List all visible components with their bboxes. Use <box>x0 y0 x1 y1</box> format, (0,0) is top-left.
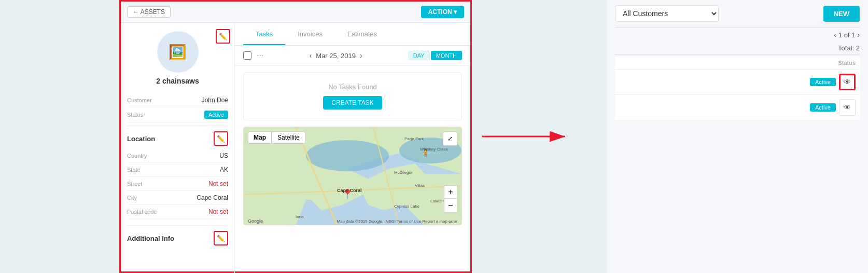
google-logo: Google <box>248 219 263 224</box>
zoom-out-button[interactable]: − <box>444 199 457 212</box>
month-toggle-button[interactable]: MONTH <box>431 51 462 60</box>
customer-2-status-badge: Active <box>810 103 836 112</box>
country-label: Country <box>127 153 147 159</box>
date-next-button[interactable]: › <box>360 51 362 60</box>
new-customer-button[interactable]: NEW <box>823 6 860 22</box>
task-toolbar-left: ··· <box>243 51 263 60</box>
asset-detail-panel: ← ASSETS ACTION ▾ ✏️ 🖼️ 2 chainsaws Cust… <box>119 0 472 273</box>
location-title: Location <box>127 135 155 143</box>
next-page-button[interactable]: › <box>857 31 860 39</box>
map-attribution: Google <box>248 219 263 224</box>
tab-estimates[interactable]: Estimates <box>335 23 389 45</box>
tab-tasks[interactable]: Tasks <box>243 23 285 45</box>
avatar-section: ✏️ 🖼️ 2 chainsaws <box>127 31 228 85</box>
date-display: Mar 25, 2019 <box>316 52 356 60</box>
create-task-button[interactable]: CREATE TASK <box>323 96 382 110</box>
table-row: Active 👁 <box>615 95 860 120</box>
postal-value: Not set <box>208 208 228 215</box>
left-background <box>0 0 119 273</box>
map-view-button[interactable]: Map <box>248 131 272 144</box>
cape-coral-label: Cape Coral <box>337 188 362 193</box>
villas-label: Villas <box>415 183 425 188</box>
customers-select[interactable]: All Customers <box>615 5 719 22</box>
arrow-area <box>472 0 607 273</box>
map-container: Map Satellite ⤢ <box>243 127 462 225</box>
status-row: Status Active <box>127 107 228 122</box>
iona-label: Iona <box>296 214 304 219</box>
asset-left-card: ✏️ 🖼️ 2 chainsaws Customer John Doe Stat… <box>121 23 235 273</box>
state-value: AK <box>220 166 228 173</box>
city-row: City Cape Coral <box>127 191 228 205</box>
more-options-icon: ··· <box>257 51 263 60</box>
country-row: Country US <box>127 149 228 163</box>
day-toggle-button[interactable]: DAY <box>408 51 430 60</box>
edit-location-button[interactable]: ✏️ <box>214 131 228 146</box>
pagination-bar: ‹ 1 of 1 › <box>615 28 860 42</box>
avatar-circle: 🖼️ <box>157 31 199 73</box>
customer-value: John Doe <box>202 97 228 104</box>
zoom-in-button[interactable]: + <box>444 185 457 199</box>
map-zoom-controls: + − <box>444 185 457 212</box>
city-label: City <box>127 195 137 201</box>
svg-point-7 <box>306 140 389 171</box>
customer-1-status-badge: Active <box>810 78 836 86</box>
eye-icon-1: 👁 <box>844 78 851 86</box>
asset-avatar-icon: 🖼️ <box>169 44 187 61</box>
action-button[interactable]: ACTION ▾ <box>421 6 464 18</box>
annotation-arrow <box>477 121 581 152</box>
no-tasks-box: No Tasks Found CREATE TASK <box>243 72 462 120</box>
country-value: US <box>219 152 228 159</box>
customers-header: All Customers NEW <box>615 0 860 28</box>
no-tasks-text: No Tasks Found <box>254 83 451 91</box>
asset-name: 2 chainsaws <box>156 77 199 85</box>
table-header: Status <box>615 57 860 70</box>
assets-back-button[interactable]: ← ASSETS <box>127 6 171 18</box>
customers-dropdown-area: All Customers <box>615 5 719 22</box>
satellite-view-button[interactable]: Satellite <box>272 131 305 144</box>
date-prev-button[interactable]: ‹ <box>310 51 312 60</box>
map-attribution-detail: Map data ©2019 Google, INEGI Terms of Us… <box>337 219 457 224</box>
tab-invoices[interactable]: Invoices <box>285 23 335 45</box>
eye-icon-2: 👁 <box>844 103 851 112</box>
whiskey-creek-label: Whiskey Creek <box>420 147 449 152</box>
map-expand-button[interactable]: ⤢ <box>443 131 457 146</box>
cypress-lake-label: Cypress Lake <box>394 204 419 209</box>
edit-asset-button[interactable]: ✏️ <box>216 29 230 44</box>
customer-1-view-button[interactable]: 👁 <box>839 74 856 90</box>
customers-panel: All Customers NEW ‹ 1 of 1 › Total: 2 St… <box>607 0 868 273</box>
panel-inner: ✏️ 🖼️ 2 chainsaws Customer John Doe Stat… <box>121 23 470 273</box>
customer-2-view-button[interactable]: 👁 <box>839 99 856 116</box>
mcgregor-label: McGregor <box>394 170 413 175</box>
page-park-label: Page Park <box>404 136 424 141</box>
postal-label: Postal code <box>127 209 157 215</box>
table-row: Active 👁 <box>615 70 860 95</box>
edit-additional-info-button[interactable]: ✏️ <box>214 231 228 245</box>
pagination-text: 1 of 1 <box>838 31 856 39</box>
main-area: ← ASSETS ACTION ▾ ✏️ 🖼️ 2 chainsaws Cust… <box>119 0 868 273</box>
prev-page-button[interactable]: ‹ <box>834 31 836 39</box>
location-header: Location ✏️ <box>127 126 228 149</box>
street-row: Street Not set <box>127 177 228 191</box>
street-value: Not set <box>208 180 228 187</box>
task-select-all-checkbox[interactable] <box>243 51 251 60</box>
map-toolbar: Map Satellite <box>248 131 305 144</box>
customer-row: Customer John Doe <box>127 93 228 107</box>
status-label: Status <box>127 112 143 118</box>
state-label: State <box>127 167 141 173</box>
total-text: Total: 2 <box>838 44 860 52</box>
date-nav: ‹ Mar 25, 2019 › <box>310 51 362 60</box>
city-value: Cape Coral <box>197 194 228 201</box>
state-row: State AK <box>127 163 228 177</box>
additional-info-title: Additional Info <box>127 235 174 242</box>
customer-label: Customer <box>127 97 152 103</box>
street-label: Street <box>127 181 142 187</box>
status-col-header: Status <box>838 60 856 66</box>
total-bar: Total: 2 <box>615 42 860 54</box>
tabs-bar: Tasks Invoices Estimates <box>235 23 470 46</box>
task-toolbar: ··· ‹ Mar 25, 2019 › DAY MONTH <box>235 46 470 66</box>
status-badge: Active <box>204 111 228 119</box>
postal-row: Postal code Not set <box>127 205 228 219</box>
day-month-toggle: DAY MONTH <box>408 51 462 60</box>
assets-bar: ← ASSETS ACTION ▾ <box>121 2 470 23</box>
right-content: Tasks Invoices Estimates ··· ‹ Mar 25, 2… <box>235 23 470 273</box>
